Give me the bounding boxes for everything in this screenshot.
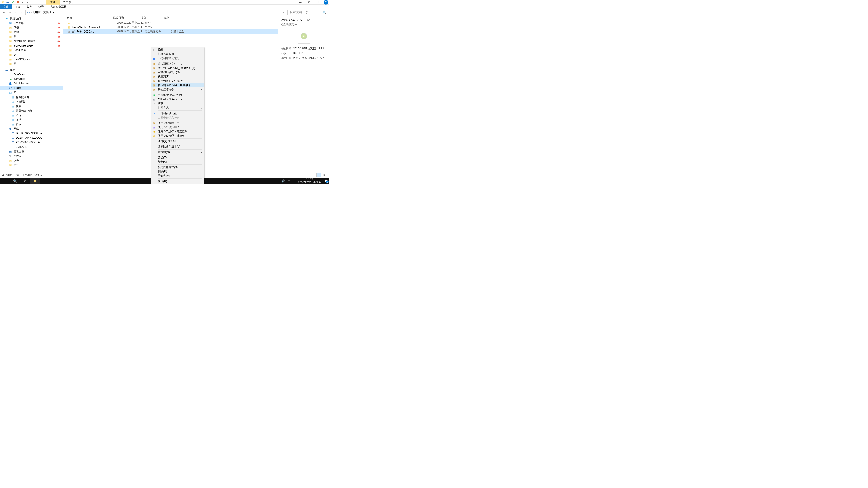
view-details-button[interactable]: ≣	[316, 173, 321, 177]
recent-dropdown-icon[interactable]: ▾	[13, 10, 18, 15]
file-row[interactable]: ▣12020/12/15, 星期二 1...文件夹	[63, 21, 278, 25]
menu-item[interactable]: ▣使用 360强力删除	[151, 125, 204, 129]
tray-chevron-icon[interactable]: ˄	[277, 180, 278, 183]
sidebar-item[interactable]: ▤视频	[0, 104, 63, 108]
crumb-pc[interactable]: 此电脑	[33, 10, 41, 14]
menu-item[interactable]: ▆上传到有道云笔记	[151, 56, 204, 61]
menu-item[interactable]: ◉使用 360管理右键菜单	[151, 134, 204, 138]
qat-more-icon[interactable]: ▾	[26, 0, 29, 4]
up-button[interactable]: ↑	[20, 10, 24, 15]
sidebar-item[interactable]: ▣win7重装win7	[0, 57, 63, 61]
sidebar-item[interactable]: 🖵ZMT2019	[0, 144, 63, 149]
menu-item[interactable]: ▣解压到 Win7x64_2020\ (E)	[151, 83, 204, 88]
sidebar-item[interactable]: ▣图片📌	[0, 34, 63, 39]
menu-item[interactable]: ▣解压到(F)...	[151, 74, 204, 79]
sidebar-this-pc[interactable]: 🖵此电脑	[0, 86, 63, 90]
sidebar-control-panel[interactable]: ▦控制面板	[0, 149, 63, 154]
tab-disctool[interactable]: 光盘映像工具	[47, 4, 70, 9]
sidebar-item[interactable]: 🖵PC-20190530OBLA	[0, 140, 63, 144]
menu-item[interactable]: 打开方式(H)▶	[151, 106, 204, 110]
menu-item[interactable]: ▤Edit with Notepad++	[151, 97, 204, 101]
tab-file[interactable]: 文件	[0, 4, 12, 9]
menu-item[interactable]: 属性(R)	[151, 179, 204, 184]
menu-item[interactable]: 剪切(T)	[151, 156, 204, 160]
sidebar-item[interactable]: 🖵DESKTOP-LSSOEDP	[0, 131, 63, 135]
minimize-button[interactable]: —	[296, 0, 305, 4]
refresh-icon[interactable]: ⟳	[283, 11, 285, 14]
qat-close-icon[interactable]: ✖	[16, 0, 20, 4]
search-input[interactable]: 搜索"文档 (E:)" 🔍	[289, 10, 327, 15]
menu-item[interactable]: 重命名(M)	[151, 174, 204, 178]
menu-item[interactable]: 复制(C)	[151, 160, 204, 164]
sidebar-item[interactable]: ▣Bandicam	[0, 48, 63, 53]
tab-share[interactable]: 共享	[24, 4, 35, 9]
sidebar-item[interactable]: ▣图片	[0, 61, 63, 66]
network-tray-icon[interactable]: ▫	[294, 180, 295, 183]
menu-item[interactable]: ▣使用 360解除占用	[151, 121, 204, 125]
sidebar-item[interactable]: ▤文档	[0, 118, 63, 122]
maximize-button[interactable]: ▢	[305, 0, 314, 4]
contextual-tab[interactable]: 管理	[46, 0, 60, 4]
sidebar-item[interactable]: ▤图片	[0, 113, 63, 118]
chevron-down-icon[interactable]: ⌄	[280, 11, 281, 13]
menu-item[interactable]: 还原以前的版本(V)	[151, 144, 204, 149]
menu-item[interactable]: ◉用 蜂蜜浏览器 浏览(3)	[151, 93, 204, 97]
sidebar-item[interactable]: 🖵DESKTOP-NJEU3CG	[0, 135, 63, 140]
sidebar-item[interactable]: 👤Administrator	[0, 81, 63, 86]
sidebar-item[interactable]: ▣下载📌	[0, 25, 63, 30]
col-size[interactable]: 大小	[164, 16, 182, 20]
menu-item[interactable]: 创建快捷方式(S)	[151, 165, 204, 169]
sidebar-network[interactable]: ⬣网络	[0, 127, 63, 131]
file-row[interactable]: ⊡Win7x64_2020.iso2020/12/25, 星期五 1...光盘映…	[63, 29, 278, 34]
search-button[interactable]: 🔍	[10, 177, 20, 184]
menu-item[interactable]: ↗共享	[151, 101, 204, 106]
ime-icon[interactable]: 中	[288, 179, 291, 183]
sidebar-desktop[interactable]: ▬桌面	[0, 68, 63, 72]
sidebar-item[interactable]: ▤天翼云盘下载	[0, 108, 63, 113]
col-date[interactable]: 修改日期	[113, 16, 141, 20]
sidebar-item[interactable]: ▣YUNQISHI2019📌	[0, 43, 63, 48]
qat-check-icon[interactable]: ✔	[11, 0, 14, 4]
view-icons-button[interactable]: ▦	[322, 173, 327, 177]
menu-item[interactable]: ▣解压到当前文件夹(X)	[151, 79, 204, 83]
sidebar-item[interactable]: ☁OneDrive	[0, 72, 63, 77]
help-icon[interactable]: ?	[324, 0, 328, 4]
menu-item[interactable]: ▣添加到压缩文件(A)...	[151, 62, 204, 66]
start-button[interactable]: ⊞	[0, 177, 10, 184]
sidebar-item[interactable]: ▤音乐	[0, 122, 63, 127]
menu-item[interactable]: 发送到(N)▶	[151, 150, 204, 154]
search-icon[interactable]: 🔍	[323, 11, 326, 14]
menu-item[interactable]: 删除(D)	[151, 169, 204, 174]
col-name[interactable]: 名称	[63, 16, 113, 20]
tab-view[interactable]: 查看	[35, 4, 47, 9]
menu-item[interactable]: ☁上传到百度云盘	[151, 111, 204, 116]
forward-button[interactable]: →	[8, 10, 12, 15]
menu-item[interactable]: ◎装载	[151, 48, 204, 52]
crumb-drive[interactable]: 文档 (E:)	[43, 10, 54, 14]
task-view-button[interactable]: ⎚	[20, 177, 30, 184]
back-button[interactable]: ←	[2, 10, 6, 15]
sidebar-item[interactable]: ▣G:\	[0, 53, 63, 57]
sidebar-item[interactable]: ☁WPS网盘	[0, 77, 63, 81]
qat-save-icon[interactable]: ▬	[6, 0, 9, 4]
sidebar-recycle[interactable]: 🗑回收站	[0, 154, 63, 158]
sidebar-item[interactable]: ▤本机照片	[0, 99, 63, 104]
sidebar-item[interactable]: ▣文件	[0, 163, 63, 167]
volume-icon[interactable]: 🔊	[281, 180, 285, 183]
sidebar-item[interactable]: ▤保存的图片	[0, 95, 63, 99]
menu-item[interactable]: ▣添加到 "Win7x64_2020.zip" (T)	[151, 66, 204, 70]
close-button[interactable]: ✕	[314, 0, 323, 4]
menu-item[interactable]: ▣其他压缩命令▶	[151, 88, 204, 92]
action-center-icon[interactable]: 💬3	[324, 180, 328, 183]
sidebar-libraries[interactable]: ▤库	[0, 90, 63, 95]
menu-item[interactable]: ▣用360压缩打开(Q)	[151, 70, 204, 74]
sidebar-item[interactable]: ▣Desktop📌	[0, 21, 63, 25]
sidebar-quick-access[interactable]: ★快速访问	[0, 16, 63, 21]
sidebar-item[interactable]: ▣excel表格制作求和📌	[0, 39, 63, 43]
sidebar-item[interactable]: ▣文档📌	[0, 30, 63, 34]
menu-item[interactable]: 刻录光盘映像	[151, 52, 204, 56]
file-row[interactable]: ▣BaiduNetdiskDownload2020/12/25, 星期五 1..…	[63, 25, 278, 29]
qat-dropdown-icon[interactable]: ▾	[21, 0, 24, 4]
menu-item[interactable]: 通过QQ发送到	[151, 139, 204, 143]
explorer-taskbar-icon[interactable]: ▣	[30, 177, 40, 184]
